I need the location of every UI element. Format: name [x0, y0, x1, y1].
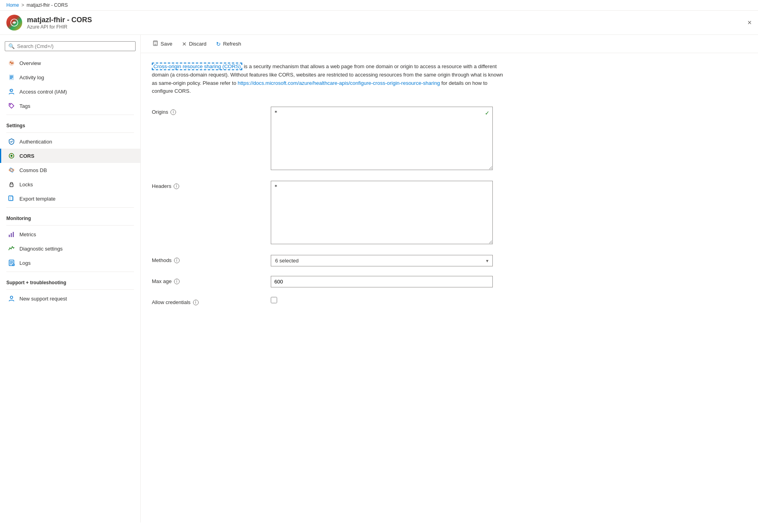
logs-icon — [8, 259, 15, 267]
refresh-icon: ↻ — [216, 41, 221, 47]
svg-rect-16 — [10, 197, 13, 201]
breadcrumb-current: matjazl-fhir - CORS — [27, 2, 68, 8]
sidebar-item-logs[interactable]: Logs — [0, 256, 140, 270]
toolbar: Save ✕ Discard ↻ Refresh — [141, 35, 758, 53]
max-age-input[interactable] — [271, 276, 493, 287]
cosmos-db-icon — [8, 166, 15, 174]
refresh-button[interactable]: ↻ Refresh — [212, 38, 245, 50]
sidebar-item-activity-log[interactable]: Activity log — [0, 70, 140, 84]
sidebar-label-tags: Tags — [19, 103, 30, 109]
sidebar-item-new-support[interactable]: New support request — [0, 291, 140, 306]
search-bar[interactable]: 🔍 — [5, 41, 136, 51]
title-block: matjazl-fhir - CORS Azure API for FHIR — [27, 16, 92, 30]
settings-divider2 — [6, 132, 134, 133]
support-section-label: Support + troubleshooting — [0, 274, 140, 288]
new-support-icon — [8, 295, 15, 302]
svg-point-8 — [10, 104, 11, 105]
allow-credentials-checkbox-wrapper — [271, 297, 493, 303]
support-divider — [6, 272, 134, 272]
discard-button[interactable]: ✕ Discard — [178, 38, 211, 50]
svg-point-27 — [10, 296, 13, 299]
discard-label: Discard — [189, 41, 207, 47]
search-input[interactable] — [17, 43, 132, 49]
sidebar-label-cosmos-db: Cosmos DB — [19, 167, 47, 173]
monitoring-divider2 — [6, 225, 134, 226]
max-age-label: Max age i — [152, 276, 271, 284]
sidebar-label-access-control: Access control (IAM) — [19, 89, 67, 95]
save-button[interactable]: Save — [149, 38, 176, 50]
headers-info-icon[interactable]: i — [174, 184, 179, 189]
cors-definition-link[interactable]: Cross-origin resource sharing (CORS) — [152, 63, 242, 70]
methods-info-icon[interactable]: i — [174, 258, 180, 263]
sidebar-item-tags[interactable]: Tags — [0, 99, 140, 113]
svg-rect-5 — [10, 78, 12, 79]
authentication-icon — [8, 138, 15, 145]
cors-icon — [8, 152, 15, 160]
svg-rect-29 — [154, 44, 157, 46]
allow-credentials-row: Allow credentials i — [152, 297, 747, 305]
origins-info-icon[interactable]: i — [170, 109, 176, 115]
origins-label: Origins i — [152, 107, 271, 115]
sidebar-item-authentication[interactable]: Authentication — [0, 134, 140, 149]
allow-credentials-control — [271, 297, 493, 303]
sidebar-label-overview: Overview — [19, 60, 41, 66]
svg-rect-3 — [10, 76, 13, 77]
refresh-label: Refresh — [223, 41, 241, 47]
description-text: Cross-origin resource sharing (CORS) is … — [152, 63, 509, 96]
activity-log-icon — [8, 73, 15, 81]
svg-rect-18 — [11, 233, 12, 237]
docs-link[interactable]: https://docs.microsoft.com/azure/healthc… — [238, 80, 440, 86]
origins-row: Origins i * ✓ — [152, 107, 747, 171]
support-divider2 — [6, 289, 134, 290]
methods-dropdown[interactable]: 6 selected ▾ — [271, 255, 493, 266]
max-age-info-icon[interactable]: i — [174, 279, 180, 284]
sidebar-label-export-template: Export template — [19, 196, 56, 202]
monitoring-divider — [6, 207, 134, 208]
sidebar-item-locks[interactable]: Locks — [0, 177, 140, 191]
max-age-row: Max age i — [152, 276, 747, 287]
methods-label: Methods i — [152, 255, 271, 263]
sidebar-item-diagnostic-settings[interactable]: Diagnostic settings — [0, 241, 140, 256]
allow-credentials-checkbox[interactable] — [271, 297, 277, 303]
overview-icon — [8, 59, 15, 67]
origins-textarea[interactable]: * — [271, 107, 493, 170]
svg-rect-30 — [154, 41, 157, 42]
sidebar-item-export-template[interactable]: Export template — [0, 191, 140, 206]
methods-value: 6 selected — [275, 258, 299, 264]
diagnostic-settings-icon — [8, 245, 15, 253]
headers-control: * — [271, 181, 493, 245]
sidebar-label-diagnostic-settings: Diagnostic settings — [19, 246, 63, 252]
origins-check-icon: ✓ — [485, 110, 490, 116]
breadcrumb-separator: > — [21, 2, 24, 8]
svg-rect-21 — [10, 261, 13, 262]
close-button[interactable]: × — [747, 19, 752, 27]
sidebar-item-cosmos-db[interactable]: Cosmos DB — [0, 163, 140, 177]
breadcrumb-home[interactable]: Home — [6, 2, 19, 8]
svg-rect-17 — [9, 235, 10, 237]
sidebar-item-access-control[interactable]: Access control (IAM) — [0, 84, 140, 99]
main-layout: 🔍 Overview Activity log Access control (… — [0, 35, 758, 522]
export-template-icon — [8, 195, 15, 203]
access-control-icon — [8, 88, 15, 96]
svg-rect-22 — [10, 262, 13, 263]
svg-rect-14 — [10, 184, 13, 187]
page-title: matjazl-fhir - CORS — [27, 16, 92, 24]
svg-rect-19 — [13, 232, 14, 237]
methods-control: 6 selected ▾ — [271, 255, 493, 266]
sidebar-label-logs: Logs — [19, 260, 31, 266]
origins-wrapper: * ✓ — [271, 107, 493, 171]
sidebar-label-authentication: Authentication — [19, 139, 52, 145]
page-subtitle: Azure API for FHIR — [27, 24, 92, 30]
sidebar-label-locks: Locks — [19, 182, 33, 188]
metrics-icon — [8, 230, 15, 238]
settings-section-label: Settings — [0, 117, 140, 131]
search-icon: 🔍 — [8, 43, 15, 49]
sidebar-item-cors[interactable]: CORS — [0, 149, 140, 163]
sidebar-label-activity-log: Activity log — [19, 75, 44, 80]
sidebar-item-overview[interactable]: Overview — [0, 56, 140, 70]
svg-point-10 — [11, 155, 13, 157]
sidebar-item-metrics[interactable]: Metrics — [0, 227, 140, 241]
settings-divider — [6, 115, 134, 115]
headers-textarea[interactable]: * — [271, 181, 493, 244]
allow-credentials-info-icon[interactable]: i — [193, 300, 199, 305]
